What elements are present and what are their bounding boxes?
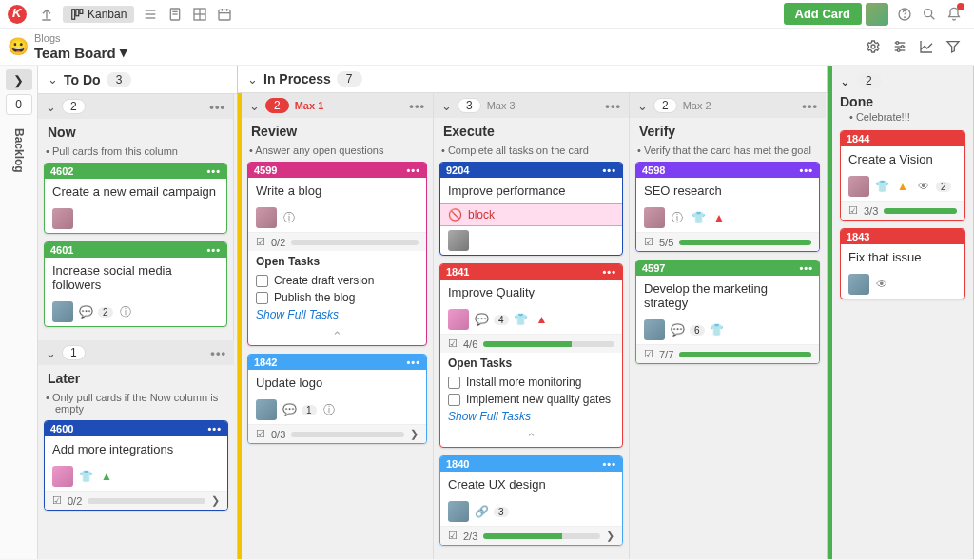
comment-icon[interactable]: 💬 xyxy=(473,311,490,328)
card[interactable]: 9204••• Improve performance 🚫block xyxy=(439,162,623,256)
chevron-down-icon[interactable]: ⌄ xyxy=(46,100,56,114)
card-more-icon[interactable]: ••• xyxy=(602,458,616,470)
checkbox[interactable] xyxy=(448,377,460,389)
card-more-icon[interactable]: ••• xyxy=(602,164,616,176)
info-icon[interactable]: ⓘ xyxy=(321,401,338,418)
card-more-icon[interactable]: ••• xyxy=(206,244,221,256)
sliders-icon[interactable] xyxy=(886,33,913,60)
comment-icon[interactable]: 💬 xyxy=(281,401,298,418)
avatar[interactable] xyxy=(848,176,869,197)
subcolumn-header[interactable]: ⌄ 1 ••• xyxy=(38,340,234,365)
card-more-icon[interactable]: ••• xyxy=(206,165,221,177)
card-more-icon[interactable]: ••• xyxy=(406,357,420,368)
avatar[interactable] xyxy=(52,466,73,487)
card[interactable]: 1843 Fix that issue 👁 xyxy=(840,228,965,299)
comment-icon[interactable]: 💬 xyxy=(77,303,94,320)
card[interactable]: 4598••• SEO research ⓘ 👕 ▲ ☑ 5/5 xyxy=(635,162,820,252)
column-inprocess-header[interactable]: ⌄ In Process 7 xyxy=(238,66,827,93)
more-icon[interactable]: ••• xyxy=(605,99,621,113)
subcolumn-header[interactable]: ⌄ 2 Max 2 ••• xyxy=(630,93,826,118)
task-item[interactable]: Implement new quality gates xyxy=(440,391,622,408)
more-icon[interactable]: ••• xyxy=(209,100,225,114)
checkbox[interactable] xyxy=(448,394,460,406)
show-full-tasks-link[interactable]: Show Full Tasks xyxy=(248,306,426,327)
backlog-label[interactable]: Backlog xyxy=(12,128,26,173)
checkbox[interactable] xyxy=(256,292,268,304)
avatar[interactable] xyxy=(644,207,665,228)
breadcrumb[interactable]: Blogs xyxy=(34,32,127,44)
board-title[interactable]: Team Board ▾ xyxy=(34,44,127,61)
checkbox[interactable] xyxy=(256,275,268,287)
app-logo[interactable] xyxy=(8,5,27,24)
user-avatar[interactable] xyxy=(866,3,888,26)
search-icon[interactable] xyxy=(917,3,942,26)
attachment-icon[interactable]: 🔗 xyxy=(473,503,490,520)
chevron-down-icon[interactable]: ⌄ xyxy=(48,72,58,87)
card-more-icon[interactable]: ••• xyxy=(799,262,813,274)
card-more-icon[interactable]: ••• xyxy=(799,164,813,176)
avatar[interactable] xyxy=(256,399,277,420)
avatar[interactable] xyxy=(644,319,665,340)
filter-icon[interactable] xyxy=(940,33,966,60)
analytics-icon[interactable] xyxy=(913,33,940,60)
chevron-down-icon[interactable]: ⌄ xyxy=(441,99,452,113)
view-table-icon[interactable] xyxy=(187,3,212,26)
card-more-icon[interactable]: ••• xyxy=(602,266,616,278)
expand-icon[interactable]: ❯ xyxy=(410,428,419,440)
subcolumn-header[interactable]: ⌄ 2 Max 1 ••• xyxy=(242,93,433,118)
settings-icon[interactable] xyxy=(860,33,886,60)
card[interactable]: 4599••• Write a blog ⓘ ☑ 0/2 Open Tasks … xyxy=(247,162,427,346)
view-list-icon[interactable] xyxy=(138,3,163,26)
add-card-button[interactable]: Add Card xyxy=(784,3,863,25)
column-todo-header[interactable]: ⌄ To Do 3 xyxy=(38,66,237,94)
card[interactable]: 4600••• Add more integrations 👕 ▲ ☑ 0/2 … xyxy=(44,420,228,511)
notifications-icon[interactable] xyxy=(942,3,966,26)
chevron-down-icon[interactable]: ⌄ xyxy=(247,72,258,87)
avatar[interactable] xyxy=(52,301,73,322)
card[interactable]: 1844 Create a Vision 👕 ▲ 👁 2 ☑ 3/3 xyxy=(840,130,965,221)
avatar[interactable] xyxy=(256,207,277,228)
card-more-icon[interactable]: ••• xyxy=(207,423,222,434)
card[interactable]: 1842••• Update logo 💬 1 ⓘ ☑ 0/3 xyxy=(247,354,427,444)
card[interactable]: 4602••• Create a new email campaign xyxy=(44,163,227,234)
info-icon[interactable]: ⓘ xyxy=(117,303,134,320)
more-icon[interactable]: ••• xyxy=(210,346,226,360)
info-icon[interactable]: ⓘ xyxy=(669,209,686,226)
card[interactable]: 4597••• Develop the marketing strategy 💬… xyxy=(635,260,820,364)
column-done-header[interactable]: ⌄ 2 xyxy=(840,73,965,88)
task-item[interactable]: Publish the blog xyxy=(248,289,426,306)
avatar[interactable] xyxy=(448,309,469,330)
subcolumn-header[interactable]: ⌄ 2 ••• xyxy=(38,94,233,119)
chevron-down-icon[interactable]: ⌄ xyxy=(637,99,648,113)
chevron-down-icon[interactable]: ⌄ xyxy=(46,346,56,360)
collapse-icon[interactable]: ⌃ xyxy=(248,327,426,345)
task-item[interactable]: Install more monitoring xyxy=(440,374,622,391)
info-icon[interactable]: ⓘ xyxy=(281,209,298,226)
card-more-icon[interactable]: ••• xyxy=(406,164,420,176)
view-kanban-tag[interactable]: Kanban xyxy=(63,6,134,23)
view-document-icon[interactable] xyxy=(163,3,187,26)
more-icon[interactable]: ••• xyxy=(802,99,818,113)
subcolumn-header[interactable]: ⌄ 3 Max 3 ••• xyxy=(434,93,629,118)
avatar[interactable] xyxy=(448,230,469,251)
expand-backlog-button[interactable]: ❯ xyxy=(6,69,32,90)
card[interactable]: 1840••• Create UX design 🔗 3 ☑ 2/3 xyxy=(439,455,623,546)
expand-icon[interactable]: ❯ xyxy=(211,494,220,507)
card[interactable]: 4601••• Increase social media followers … xyxy=(44,241,227,327)
more-icon[interactable]: ••• xyxy=(409,99,425,113)
chevron-down-icon[interactable]: ⌄ xyxy=(840,74,850,88)
card[interactable]: 1841••• Improve Quality 💬 4 👕 ▲ ☑ xyxy=(439,263,623,448)
show-full-tasks-link[interactable]: Show Full Tasks xyxy=(440,408,622,429)
help-icon[interactable] xyxy=(892,3,917,26)
shirt-icon: 👕 xyxy=(690,209,707,226)
chevron-down-icon[interactable]: ⌄ xyxy=(249,99,260,113)
expand-icon[interactable]: ❯ xyxy=(606,530,614,542)
collapse-icon[interactable]: ⌃ xyxy=(440,429,622,447)
avatar[interactable] xyxy=(448,501,469,522)
view-calendar-icon[interactable] xyxy=(212,3,237,26)
avatar[interactable] xyxy=(52,208,73,229)
task-item[interactable]: Create draft version xyxy=(248,272,426,289)
upload-icon[interactable] xyxy=(34,3,59,26)
comment-icon[interactable]: 💬 xyxy=(669,321,686,338)
avatar[interactable] xyxy=(848,274,869,295)
